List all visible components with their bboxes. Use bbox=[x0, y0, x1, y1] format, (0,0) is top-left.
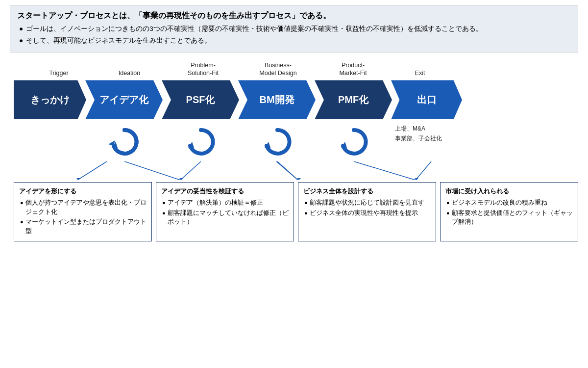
desc-box-4-bullet-2: 顧客要求と提供価値とのフィット（ギャップ解消） bbox=[446, 209, 573, 227]
svg-line-10 bbox=[354, 161, 416, 180]
label-psf: Problem-Solution-Fit bbox=[166, 61, 241, 78]
stage-labels-row: Trigger Ideation Problem-Solution-Fit Bu… bbox=[10, 61, 578, 78]
cycle-pmf bbox=[316, 124, 392, 159]
desc-box-2-bullets: アイデア（解決策）の検証＝修正 顧客課題にマッチしていなければ修正（ピボット） bbox=[161, 198, 289, 227]
chevron-trigger-label: きっかけ bbox=[30, 93, 70, 106]
desc-box-3-title: ビジネス全体を設計する bbox=[303, 186, 431, 196]
desc-box-1-bullet-2: マーケットイン型またはプロダクトアウト型 bbox=[20, 217, 147, 236]
cycle-pmf-icon bbox=[336, 124, 371, 159]
desc-box-2-title: アイデアの妥当性を検証する bbox=[161, 186, 289, 196]
description-boxes: アイデアを形にする 個人が持つアイデアや意思を表出化・プロジェクト化 マーケット… bbox=[10, 182, 578, 241]
label-exit: Exit bbox=[391, 69, 449, 77]
desc-box-3-bullet-1: 顧客課題や状況に応じて設計図を見直す bbox=[304, 198, 431, 208]
desc-box-4-title: 市場に受け入れられる bbox=[445, 186, 573, 196]
desc-box-2-bullet-2: 顧客課題にマッチしていなければ修正（ピボット） bbox=[162, 209, 289, 227]
svg-marker-12 bbox=[76, 178, 80, 180]
desc-box-3: ビジネス全体を設計する 顧客課題や状況に応じて設計図を見直す ビジネス全体の実現… bbox=[298, 182, 436, 241]
cycle-ideation-icon bbox=[107, 124, 142, 159]
chevron-trigger-inner: きっかけ bbox=[14, 80, 86, 119]
desc-box-3-bullet-2: ビジネス全体の実現性や再現性を提示 bbox=[304, 209, 431, 218]
header-bullets: ゴールは、イノベーションにつきものの3つの不確実性（需要の不確実性・技術や価値提… bbox=[17, 24, 571, 46]
desc-box-3-bullets: 顧客課題や状況に応じて設計図を見直す ビジネス全体の実現性や再現性を提示 bbox=[303, 198, 431, 218]
desc-box-1: アイデアを形にする 個人が持つアイデアや意思を表出化・プロジェクト化 マーケット… bbox=[14, 182, 152, 241]
desc-box-1-title: アイデアを形にする bbox=[19, 186, 147, 196]
label-ideation: Ideation bbox=[93, 69, 166, 77]
desc-box-1-bullets: 個人が持つアイデアや意思を表出化・プロジェクト化 マーケットイン型またはプロダク… bbox=[19, 198, 147, 236]
chevron-pmf-inner: PMF化 bbox=[315, 80, 392, 119]
exit-note: 上場、M&A事業部、子会社化 bbox=[395, 124, 463, 143]
chevron-pmf-label: PMF化 bbox=[338, 93, 368, 106]
connector-lines bbox=[10, 161, 578, 180]
desc-box-4: 市場に受け入れられる ビジネスモデルの改良の積み重ね 顧客要求と提供価値とのフィ… bbox=[440, 182, 578, 241]
desc-box-4-bullet-1: ビジネスモデルの改良の積み重ね bbox=[446, 198, 573, 208]
cycle-bm-icon bbox=[260, 124, 295, 159]
chevron-trigger: きっかけ bbox=[14, 80, 86, 119]
svg-line-5 bbox=[77, 161, 107, 180]
chevron-ideation: アイデア化 bbox=[85, 80, 163, 119]
connector-svg bbox=[14, 161, 582, 180]
label-pmf: Product-Market-Fit bbox=[316, 61, 391, 78]
chevron-row: きっかけ アイデア化 PSF化 BM開発 PMF化 bbox=[10, 80, 578, 119]
label-trigger: Trigger bbox=[24, 69, 93, 77]
exit-note-text: 上場、M&A事業部、子会社化 bbox=[395, 125, 442, 141]
exit-note-area: 上場、M&A事業部、子会社化 bbox=[392, 124, 463, 143]
header-bullet-2: そして、再現可能なビジネスモデルを生み出すことである。 bbox=[19, 36, 571, 46]
chevron-bm-inner: BM開発 bbox=[238, 80, 316, 119]
page-container: スタートアップ・プロセスとは、「事業の再現性そのものを生み出すプロセス」である。… bbox=[0, 0, 588, 246]
cycle-psf bbox=[163, 124, 239, 159]
svg-line-11 bbox=[416, 161, 431, 180]
chevron-ideation-label: アイデア化 bbox=[99, 93, 148, 106]
desc-box-2-bullet-1: アイデア（解決策）の検証＝修正 bbox=[162, 198, 289, 208]
cycle-ideation bbox=[86, 124, 163, 159]
chevron-psf: PSF化 bbox=[162, 80, 239, 119]
desc-box-4-bullets: ビジネスモデルの改良の積み重ね 顧客要求と提供価値とのフィット（ギャップ解消） bbox=[445, 198, 573, 227]
svg-line-6 bbox=[124, 161, 180, 180]
chevron-exit-label: 出口 bbox=[417, 93, 437, 106]
chevron-exit-inner: 出口 bbox=[391, 80, 462, 119]
chevron-pmf: PMF化 bbox=[315, 80, 392, 119]
svg-line-9 bbox=[277, 161, 298, 180]
desc-box-1-bullet-1: 個人が持つアイデアや意思を表出化・プロジェクト化 bbox=[20, 198, 147, 217]
svg-line-7 bbox=[180, 161, 201, 180]
chevron-bm-label: BM開発 bbox=[259, 93, 294, 106]
chevron-psf-inner: PSF化 bbox=[162, 80, 239, 119]
header-section: スタートアップ・プロセスとは、「事業の再現性そのものを生み出すプロセス」である。… bbox=[10, 5, 578, 53]
label-bm: Business-Model Design bbox=[241, 61, 316, 78]
chevron-bm: BM開発 bbox=[238, 80, 316, 119]
chevron-ideation-inner: アイデア化 bbox=[85, 80, 163, 119]
cycle-bm bbox=[239, 124, 316, 159]
header-title: スタートアップ・プロセスとは、「事業の再現性そのものを生み出すプロセス」である。 bbox=[17, 10, 571, 21]
desc-box-2: アイデアの妥当性を検証する アイデア（解決策）の検証＝修正 顧客課題にマッチして… bbox=[156, 182, 294, 241]
chevron-exit: 出口 bbox=[391, 80, 462, 119]
cycle-and-exit-row: 上場、M&A事業部、子会社化 bbox=[10, 124, 578, 159]
header-bullet-1: ゴールは、イノベーションにつきものの3つの不確実性（需要の不確実性・技術や価値提… bbox=[19, 24, 571, 34]
cycle-psf-icon bbox=[183, 124, 219, 159]
chevron-psf-label: PSF化 bbox=[186, 93, 215, 106]
